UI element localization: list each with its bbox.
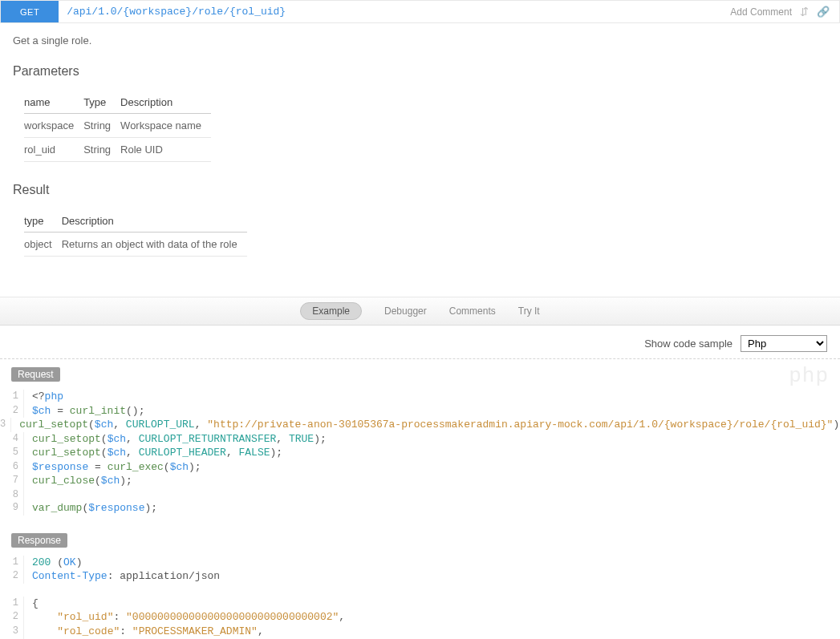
result-table: type Description object Returns an objec… xyxy=(24,210,247,257)
col-desc: Description xyxy=(62,210,247,233)
col-type: type xyxy=(24,210,62,233)
col-name: name xyxy=(24,91,83,114)
permalink-icon[interactable]: 🔗 xyxy=(817,6,830,18)
code-toolbar: Show code sample Php xyxy=(0,326,840,359)
tab-example[interactable]: Example xyxy=(300,302,362,320)
add-comment-link[interactable]: Add Comment xyxy=(730,6,792,18)
table-row: rol_uid String Role UID xyxy=(24,138,211,162)
request-code: 1<?php 2$ch = curl_init(); 3curl_setopt(… xyxy=(0,386,840,525)
result-title: Result xyxy=(13,183,827,197)
tab-tryit[interactable]: Try It xyxy=(518,305,540,317)
code-language-select[interactable]: Php xyxy=(741,335,827,352)
tab-comments[interactable]: Comments xyxy=(449,305,496,317)
sort-icon[interactable]: ⇵ xyxy=(800,6,809,18)
col-type: Type xyxy=(83,91,120,114)
col-desc: Description xyxy=(120,91,211,114)
response-headers-code: 1200 (OK) 2Content-Type: application/jso… xyxy=(0,552,840,593)
parameters-table: name Type Description workspace String W… xyxy=(24,91,211,162)
endpoint-header: GET /api/1.0/{workspace}/role/{rol_uid} … xyxy=(0,0,840,23)
table-row: object Returns an object with data of th… xyxy=(24,233,247,257)
table-row: workspace String Workspace name xyxy=(24,114,211,138)
endpoint-path: /api/1.0/{workspace}/role/{rol_uid} xyxy=(59,1,720,22)
language-watermark: php xyxy=(789,364,829,388)
tabs-bar: Example Debugger Comments Try It xyxy=(0,297,840,326)
endpoint-description: Get a single role. xyxy=(13,34,827,47)
parameters-title: Parameters xyxy=(13,64,827,79)
response-badge: Response xyxy=(11,533,67,548)
code-sample-label: Show code sample xyxy=(644,338,732,350)
http-method-badge: GET xyxy=(1,1,59,22)
response-body-code: 1{ 2 "rol_uid": "00000000000000000000000… xyxy=(0,593,840,639)
request-badge: Request xyxy=(11,367,60,382)
tab-debugger[interactable]: Debugger xyxy=(384,305,427,317)
